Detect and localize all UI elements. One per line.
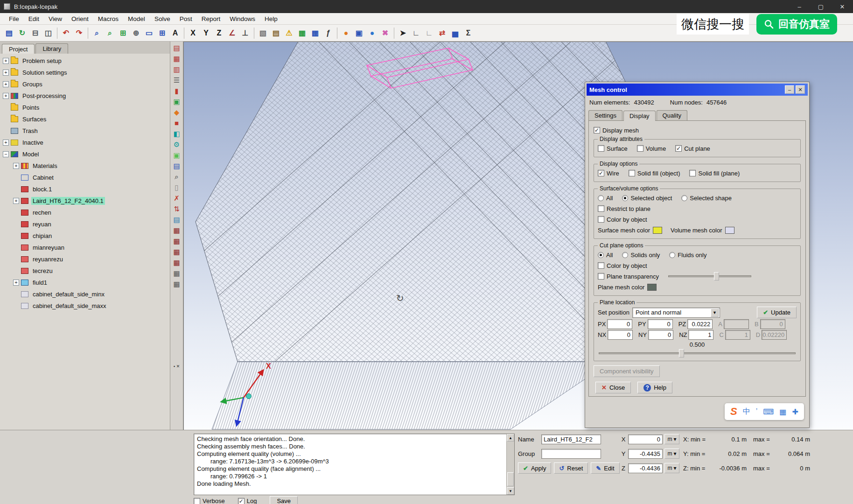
radio-solids-only[interactable]: Solids only [622,252,660,259]
field-nx-input[interactable]: 0 [608,330,633,340]
field-pz-input[interactable]: 0.0222 [687,319,713,329]
dock-mini-button[interactable]: ▪ [174,364,175,369]
undo-icon[interactable]: ↶ [60,27,72,39]
field-nz-input[interactable]: 1 [688,330,713,340]
redo-icon[interactable]: ↷ [73,27,85,39]
dropdown-arrow-icon[interactable]: ▼ [711,308,719,317]
tree-item-cabinet[interactable]: Cabinet [0,172,170,183]
group-input[interactable] [541,449,601,459]
panel-grid-icon[interactable]: ▦ [779,407,786,416]
corner-tool-2-icon[interactable]: ∟ [423,27,435,39]
help-button[interactable]: ? Help [637,382,672,393]
expander-icon[interactable]: + [13,163,19,169]
close-mini-button[interactable]: ✕ [176,364,180,369]
zoom-in-icon[interactable]: ⌕ [91,27,103,39]
radio-fluids-only[interactable]: Fluids only [669,252,706,259]
axis-y-icon[interactable]: Y [200,27,212,39]
save-icon[interactable]: ▤ [3,27,15,39]
tab-library[interactable]: Library [35,43,68,54]
image-green-icon[interactable]: ▣ [171,96,182,107]
mesh-icon[interactable]: ▦ [296,27,308,39]
scroll-up-button[interactable]: ▲ [507,434,514,441]
probe-icon[interactable]: ✖ [379,27,392,39]
align-icon[interactable]: ⊥ [239,27,252,39]
checkbox-verbose[interactable]: Verbose [194,497,225,504]
minimize-button[interactable]: – [789,0,810,13]
apply-button[interactable]: ✔Apply [518,462,551,474]
radio-all[interactable]: All [598,195,613,202]
menu-macros[interactable]: Macros [94,14,123,23]
axis-x-icon[interactable]: X [187,27,199,39]
plane-transparency-slider[interactable] [668,272,751,281]
assembly-icon[interactable]: ▤ [270,27,282,39]
coord-y-input[interactable]: -0.4435 [628,449,663,459]
grid-red-icon[interactable]: ▥ [171,64,182,75]
save-button[interactable]: Save [270,496,298,504]
fan-table-2-icon[interactable]: ▦ [171,236,182,246]
menu-windows[interactable]: Windows [225,14,259,23]
corner-tool-icon[interactable]: ∟ [410,27,422,39]
reset-button[interactable]: ↺Reset [554,462,588,474]
menu-help[interactable]: Help [260,14,282,23]
check-warning-icon[interactable]: ⚠ [283,27,295,39]
document-icon[interactable]: ▯ [171,182,182,193]
radio-selected-object[interactable]: Selected object [622,195,672,202]
watermark-channel-button[interactable]: 回音仿真室 [756,14,837,35]
unit-dropdown[interactable]: m▾ [664,463,679,473]
tree-item-post-processing[interactable]: +Post-processing [0,90,170,102]
fan-table-4-icon[interactable]: ▦ [171,257,182,268]
tree-item-reyuan[interactable]: reyuan [0,218,170,230]
half-block-icon[interactable]: ◧ [171,128,182,139]
coord-z-input[interactable]: -0.4436 [628,463,663,473]
object-cube-icon[interactable]: ▧ [257,27,269,39]
tree-item-tecrezu[interactable]: tecrezu [0,265,170,277]
tree-item-cabinet-default-side-maxx[interactable]: cabinet_default_side_maxx [0,300,170,312]
swap-icon[interactable]: ⇅ [171,203,182,214]
close-button[interactable]: ✕ [832,0,853,13]
expander-icon[interactable]: − [3,151,9,157]
print-icon[interactable]: ⊟ [29,27,42,39]
surface-mesh-color-swatch[interactable] [653,227,662,234]
text-annotation-icon[interactable]: A [169,27,182,39]
tree-item-trash[interactable]: Trash [0,125,170,137]
grid-dark-1-icon[interactable]: ▦ [171,268,182,279]
tree-item-cabinet-default-side-minx[interactable]: cabinet_default_side_minx [0,288,170,300]
field-py-input[interactable]: 0 [648,319,673,329]
select-cursor-icon[interactable]: ➤ [397,27,409,39]
zoom-object-icon[interactable]: ⌕ [171,171,182,182]
axis-z-icon[interactable]: Z [213,27,225,39]
tree-item-inactive[interactable]: +Inactive [0,137,170,148]
summary-icon[interactable]: Σ [462,27,475,39]
tree-item-reyuanrezu[interactable]: reyuanrezu [0,253,170,265]
menu-file[interactable]: File [5,14,23,23]
library-red-icon[interactable]: ▤ [171,42,182,53]
dialog-tab-settings[interactable]: Settings [588,110,622,120]
expander-icon[interactable]: + [3,58,9,64]
fan-table-3-icon[interactable]: ▦ [171,246,182,257]
fan-table-1-icon[interactable]: ▦ [171,225,182,236]
plate-green-icon[interactable]: ▣ [171,150,182,161]
plane-position-slider[interactable] [599,349,796,358]
full-screen-icon[interactable]: ▭ [143,27,155,39]
grid-table-icon[interactable]: ⊞ [156,27,168,39]
expander-icon[interactable]: + [3,140,9,146]
log-scrollbar[interactable]: ▲ ▼ [506,434,514,495]
checkbox-solid-fill-plane[interactable]: Solid fill (plane) [689,170,740,177]
keyboard-icon[interactable]: ⌨ [763,407,774,416]
tree-item-problem-setup[interactable]: +Problem setup [0,55,170,67]
tree-item-groups[interactable]: +Groups [0,78,170,90]
menu-report[interactable]: Report [197,14,225,23]
book-blue-icon[interactable]: ▤ [171,161,182,171]
scroll-down-button[interactable]: ▼ [507,487,514,495]
radio-selected-shape[interactable]: Selected shape [681,195,732,202]
checkbox-plane-transparency[interactable]: Plane transparency [598,273,659,280]
checkbox-volume[interactable]: Volume [637,145,666,152]
radio-all[interactable]: All [598,252,613,259]
report-chart-icon[interactable]: ▅ [449,27,461,39]
books-icon[interactable]: ▤ [171,214,182,225]
tree-item-rechen[interactable]: rechen [0,207,170,218]
dialog-titlebar[interactable]: Mesh control – ✕ [587,84,808,96]
punctuation-mode-icon[interactable]: ’ [756,407,758,416]
slider-thumb[interactable] [679,349,684,357]
tree-item-surfaces[interactable]: Surfaces [0,113,170,125]
